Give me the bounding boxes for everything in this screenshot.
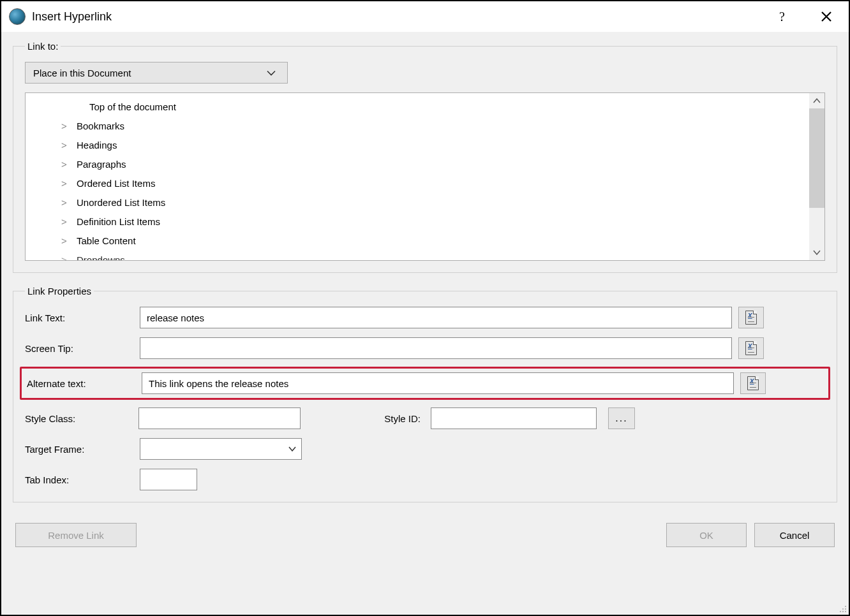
remove-link-button: Remove Link [15,523,137,547]
scroll-down-icon[interactable] [809,245,824,260]
expand-icon[interactable]: > [61,216,70,227]
dialog-body: Link to: Place in this Document Top of t… [1,32,849,615]
scroll-track[interactable] [809,208,824,245]
link-properties-legend: Link Properties [25,286,94,297]
tree-list: Top of the document > Bookmarks > Headin… [26,93,809,260]
tree-item-label: Definition List Items [77,216,160,227]
row-tab-index: Tab Index: [25,469,825,490]
variable-doc-icon [747,376,759,390]
help-button[interactable]: ? [775,7,794,26]
insert-hyperlink-dialog: Insert Hyperlink ? Link to: Place in thi… [0,0,850,616]
tab-index-input[interactable] [140,469,197,490]
tree-item-label: Paragraphs [77,159,126,170]
alternate-text-var-button[interactable] [740,372,766,394]
tree-item-bookmarks[interactable]: > Bookmarks [26,116,809,135]
dialog-footer: Remove Link OK Cancel [13,515,837,555]
tree-scrollbar[interactable] [809,93,824,260]
tab-index-label: Tab Index: [25,474,133,485]
expand-icon[interactable]: > [61,254,70,261]
variable-doc-icon [745,311,757,325]
chevron-down-icon [283,439,301,459]
tree-item-label: Dropdowns [77,254,125,261]
row-screen-tip: Screen Tip: [25,337,825,359]
app-icon [9,8,26,25]
alternate-text-label: Alternate text: [27,378,135,389]
variable-doc-icon [745,341,757,355]
style-class-input[interactable] [138,407,301,429]
tree-item-definition-list[interactable]: > Definition List Items [26,212,809,231]
tree-item-label: Ordered List Items [77,178,155,189]
target-frame-label: Target Frame: [25,444,133,455]
screen-tip-label: Screen Tip: [25,343,133,354]
row-alternate-text: Alternate text: [27,372,823,394]
expand-icon[interactable]: > [61,159,70,170]
expand-icon[interactable]: > [61,235,70,246]
link-text-var-button[interactable] [738,307,764,328]
link-properties-group: Link Properties Link Text: Screen Tip: A… [13,286,837,502]
link-to-dropdown[interactable]: Place in this Document [25,62,288,84]
style-class-label: Style Class: [25,413,138,424]
tree-item-ordered-list[interactable]: > Ordered List Items [26,173,809,193]
tree-item-label: Bookmarks [77,121,124,131]
scroll-up-icon[interactable] [809,93,824,108]
tree-item-label: Headings [77,140,117,150]
cancel-button[interactable]: Cancel [754,523,835,547]
style-id-input[interactable] [431,407,597,429]
tree-item-label: Table Content [77,235,136,246]
close-button[interactable] [817,7,836,26]
alternate-text-highlight: Alternate text: [20,367,830,400]
style-id-browse-button[interactable]: ... [608,407,635,429]
screen-tip-var-button[interactable] [738,337,764,359]
chevron-down-icon [267,68,276,78]
tree-item-headings[interactable]: > Headings [26,135,809,154]
tree-item-table-content[interactable]: > Table Content [26,231,809,250]
tree-item-top[interactable]: Top of the document [26,97,809,116]
window-title: Insert Hyperlink [32,10,768,24]
link-to-selected: Place in this Document [33,68,131,78]
titlebar: Insert Hyperlink ? [1,1,849,32]
tree-item-paragraphs[interactable]: > Paragraphs [26,154,809,173]
link-to-group: Link to: Place in this Document Top of t… [13,41,837,273]
tree-item-unordered-list[interactable]: > Unordered List Items [26,193,809,212]
expand-icon[interactable]: > [61,121,70,131]
title-controls: ? [775,7,841,26]
target-frame-dropdown[interactable] [140,438,302,460]
row-target-frame: Target Frame: [25,438,825,460]
row-link-text: Link Text: [25,307,825,328]
link-to-legend: Link to: [25,41,61,52]
link-text-label: Link Text: [25,312,133,323]
row-style: Style Class: Style ID: ... [25,407,825,429]
link-targets-tree: Top of the document > Bookmarks > Headin… [25,92,825,261]
alternate-text-input[interactable] [142,372,734,394]
tree-item-dropdowns[interactable]: > Dropdowns [26,250,809,260]
expand-icon[interactable]: > [61,197,70,208]
screen-tip-input[interactable] [140,337,732,359]
scroll-thumb[interactable] [809,108,824,208]
tree-item-label: Unordered List Items [77,197,165,208]
expand-icon[interactable]: > [61,140,70,150]
style-id-label: Style ID: [348,413,431,424]
link-text-input[interactable] [140,307,732,328]
svg-text:?: ? [779,10,785,24]
expand-icon[interactable]: > [61,178,70,189]
resize-grip-icon [837,603,847,613]
ok-button: OK [666,523,747,547]
tree-item-label: Top of the document [89,101,176,112]
